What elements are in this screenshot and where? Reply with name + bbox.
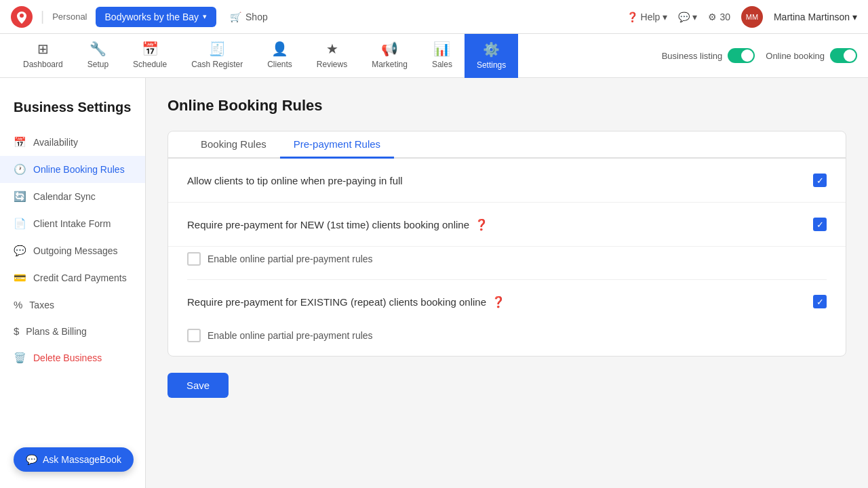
toggle-knob bbox=[741, 49, 753, 62]
rule-existing-client-group: Require pre-payment for EXISTING (repeat… bbox=[168, 280, 846, 356]
clients-icon: 👤 bbox=[271, 41, 288, 57]
icon-nav: ⊞ Dashboard 🔧 Setup 📅 Schedule 🧾 Cash Re… bbox=[0, 34, 868, 78]
nav-settings[interactable]: ⚙️ Settings bbox=[465, 34, 518, 78]
rule-existing-client-sub-row: Enable online partial pre-payment rules bbox=[168, 323, 846, 356]
percent-icon: % bbox=[14, 299, 22, 310]
business-listing-toggle-group: Business listing bbox=[662, 48, 755, 63]
shop-icon: 🛒 bbox=[230, 12, 241, 22]
rule-new-client-group: Require pre-payment for NEW (1st time) c… bbox=[168, 203, 846, 280]
divider-line: | bbox=[41, 9, 44, 24]
schedule-icon: 📅 bbox=[142, 41, 159, 57]
section-title: Online Booking Rules bbox=[167, 97, 846, 115]
settings-icon: ⚙️ bbox=[483, 41, 500, 58]
help-button[interactable]: ❓ Help ▾ bbox=[627, 12, 668, 22]
trash-icon: 🗑️ bbox=[14, 352, 26, 364]
cash-register-icon: 🧾 bbox=[209, 41, 226, 57]
chat-button[interactable]: 💬 ▾ bbox=[678, 12, 697, 22]
nav-schedule[interactable]: 📅 Schedule bbox=[121, 34, 179, 78]
nav-marketing[interactable]: 📢 Marketing bbox=[359, 34, 420, 78]
nav-sales[interactable]: 📊 Sales bbox=[420, 34, 465, 78]
nav-setup[interactable]: 🔧 Setup bbox=[75, 34, 121, 78]
shop-link[interactable]: 🛒 Shop bbox=[230, 12, 268, 22]
sidebar-item-calendar-sync[interactable]: 🔄 Calendar Sync bbox=[0, 183, 145, 210]
dashboard-icon: ⊞ bbox=[37, 41, 49, 57]
nav-cash-register[interactable]: 🧾 Cash Register bbox=[179, 34, 255, 78]
user-chevron-icon: ▾ bbox=[852, 12, 857, 22]
online-booking-toggle[interactable] bbox=[830, 48, 857, 63]
setup-icon: 🔧 bbox=[90, 41, 106, 57]
app-logo bbox=[11, 6, 33, 28]
help-circle-icon-2[interactable]: ❓ bbox=[492, 296, 505, 308]
toggle-knob-2 bbox=[844, 49, 856, 62]
rule-new-client-checkbox[interactable]: ✓ bbox=[813, 218, 827, 231]
calendar-icon: 📅 bbox=[14, 136, 26, 148]
personal-label: Personal bbox=[52, 12, 87, 22]
sidebar-item-client-intake-form[interactable]: 📄 Client Intake Form bbox=[0, 210, 145, 237]
rule-tip-online-checkbox[interactable]: ✓ bbox=[813, 174, 827, 187]
top-bar: | Personal Bodyworks by the Bay ▾ 🛒 Shop… bbox=[0, 0, 868, 34]
nav-dashboard[interactable]: ⊞ Dashboard bbox=[11, 34, 75, 78]
business-listing-toggle[interactable] bbox=[728, 48, 755, 63]
nav-toggles: Business listing Online booking bbox=[662, 48, 857, 63]
rule-existing-client-partial-checkbox[interactable] bbox=[187, 329, 201, 342]
chat-chevron-icon: ▾ bbox=[692, 12, 697, 22]
sidebar-item-availability[interactable]: 📅 Availability bbox=[0, 129, 145, 156]
rule-existing-client-prepayment: Require pre-payment for EXISTING (repeat… bbox=[168, 280, 846, 323]
help-chevron-icon: ▾ bbox=[663, 12, 667, 22]
sidebar-item-credit-card-payments[interactable]: 💳 Credit Card Payments bbox=[0, 264, 145, 291]
rule-tip-online: Allow clients to tip online when pre-pay… bbox=[168, 159, 846, 203]
rule-existing-client-label: Require pre-payment for EXISTING (repeat… bbox=[187, 296, 505, 308]
sidebar: Business Settings 📅 Availability 🕐 Onlin… bbox=[0, 78, 146, 488]
help-icon: ❓ bbox=[627, 12, 638, 22]
chat-fab-icon: 💬 bbox=[26, 454, 37, 465]
page-title: Business Settings bbox=[0, 89, 145, 129]
rule-new-client-partial-label: Enable online partial pre-payment rules bbox=[208, 253, 373, 264]
sidebar-item-delete-business[interactable]: 🗑️ Delete Business bbox=[0, 344, 145, 371]
content-card: Booking Rules Pre-payment Rules Allow cl… bbox=[167, 131, 846, 357]
user-menu[interactable]: Martina Martinson ▾ bbox=[774, 12, 857, 22]
online-booking-toggle-group: Online booking bbox=[766, 48, 857, 63]
marketing-icon: 📢 bbox=[381, 41, 398, 57]
avatar: MM bbox=[741, 6, 763, 28]
chevron-down-icon: ▾ bbox=[203, 12, 207, 21]
main-content: Online Booking Rules Booking Rules Pre-p… bbox=[146, 78, 868, 488]
rule-new-client-sub-row: Enable online partial pre-payment rules bbox=[168, 247, 846, 279]
document-icon: 📄 bbox=[14, 218, 26, 230]
save-button[interactable]: Save bbox=[167, 373, 229, 398]
sync-icon: 🔄 bbox=[14, 190, 26, 203]
top-bar-right: ❓ Help ▾ 💬 ▾ ⚙ 30 MM Martina Martinson ▾ bbox=[627, 6, 857, 28]
nav-clients[interactable]: 👤 Clients bbox=[255, 34, 304, 78]
reviews-icon: ★ bbox=[326, 41, 338, 57]
tabs: Booking Rules Pre-payment Rules bbox=[168, 131, 846, 159]
rule-new-client-label: Require pre-payment for NEW (1st time) c… bbox=[187, 218, 488, 231]
help-circle-icon[interactable]: ❓ bbox=[475, 218, 488, 231]
rule-tip-online-label: Allow clients to tip online when pre-pay… bbox=[187, 175, 403, 186]
clock-icon: 🕐 bbox=[14, 163, 26, 176]
settings-icon: ⚙ bbox=[708, 12, 717, 22]
rule-new-client-prepayment: Require pre-payment for NEW (1st time) c… bbox=[168, 203, 846, 247]
message-icon: 💬 bbox=[14, 245, 26, 257]
credit-card-icon: 💳 bbox=[14, 272, 26, 284]
rule-existing-client-checkbox[interactable]: ✓ bbox=[813, 295, 827, 308]
sales-icon: 📊 bbox=[433, 41, 450, 57]
chat-icon: 💬 bbox=[678, 12, 690, 22]
rule-new-client-partial-checkbox[interactable] bbox=[187, 252, 201, 266]
nav-reviews[interactable]: ★ Reviews bbox=[304, 34, 359, 78]
page: Business Settings 📅 Availability 🕐 Onlin… bbox=[0, 78, 868, 488]
tab-pre-payment-rules[interactable]: Pre-payment Rules bbox=[280, 131, 394, 159]
svg-point-1 bbox=[20, 14, 24, 18]
sidebar-item-online-booking-rules[interactable]: 🕐 Online Booking Rules bbox=[0, 156, 145, 183]
notifications-button[interactable]: ⚙ 30 bbox=[708, 12, 730, 22]
sidebar-item-outgoing-messages[interactable]: 💬 Outgoing Messages bbox=[0, 237, 145, 264]
tab-booking-rules[interactable]: Booking Rules bbox=[187, 131, 280, 159]
rule-existing-client-partial-label: Enable online partial pre-payment rules bbox=[208, 330, 373, 341]
chat-fab[interactable]: 💬 Ask MassageBook bbox=[14, 447, 134, 472]
dollar-icon: $ bbox=[14, 325, 19, 337]
sidebar-item-plans-billing[interactable]: $ Plans & Billing bbox=[0, 318, 145, 344]
business-selector[interactable]: Bodyworks by the Bay ▾ bbox=[96, 7, 217, 27]
sidebar-item-taxes[interactable]: % Taxes bbox=[0, 291, 145, 318]
